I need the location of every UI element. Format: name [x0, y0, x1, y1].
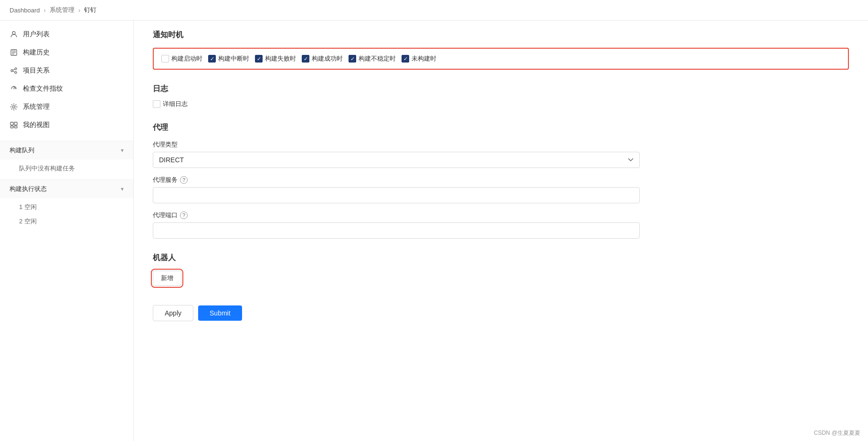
build-queue-empty: 队列中没有构建任务	[10, 161, 133, 176]
proxy-type-select[interactable]: DIRECT HTTP SOCKS4 SOCKS5	[153, 152, 640, 168]
submit-button[interactable]: Submit	[198, 305, 242, 321]
checkbox-detail-log: 详细日志	[153, 100, 849, 108]
sidebar-label-check-fingerprint: 检查文件指纹	[23, 84, 63, 93]
build-execution-item-2: 2 空闲	[10, 214, 133, 229]
sidebar-build-queue-content: 队列中没有构建任务	[0, 159, 133, 178]
checkbox-build-success-label[interactable]: 构建成功时	[312, 54, 343, 63]
proxy-service-label: 代理服务 ?	[153, 176, 849, 184]
sidebar-item-check-fingerprint[interactable]: 检查文件指纹	[0, 80, 133, 98]
breadcrumb-sep-2: ›	[78, 7, 80, 14]
sidebar-build-queue-section: 构建队列 ▾ 队列中没有构建任务	[0, 141, 133, 178]
checkbox-build-start: 构建启动时	[161, 54, 202, 63]
sidebar-build-queue-header[interactable]: 构建队列 ▾	[0, 141, 133, 159]
proxy-service-group: 代理服务 ?	[153, 176, 849, 203]
sidebar-label-project-relations: 项目关系	[23, 66, 50, 75]
proxy-section-title: 代理	[153, 123, 849, 133]
sidebar-build-queue-title: 构建队列	[10, 146, 34, 155]
sidebar-item-build-history[interactable]: 构建历史	[0, 43, 133, 62]
notification-section-title: 通知时机	[153, 30, 849, 40]
gear-icon	[10, 103, 18, 111]
svg-line-9	[13, 71, 15, 72]
proxy-port-group: 代理端口 ?	[153, 211, 849, 239]
log-section: 日志 详细日志	[153, 84, 849, 108]
sidebar-build-execution-header[interactable]: 构建执行状态 ▾	[0, 180, 133, 198]
apply-button[interactable]: Apply	[153, 305, 193, 321]
checkbox-build-success-input[interactable]	[302, 55, 309, 63]
footer-buttons: Apply Submit	[153, 300, 849, 321]
sidebar: 用户列表 构建历史	[0, 21, 134, 441]
checkbox-build-start-label[interactable]: 构建启动时	[171, 54, 202, 63]
sidebar-item-my-view[interactable]: 我的视图	[0, 116, 133, 134]
build-execution-item-1: 1 空闲	[10, 200, 133, 214]
checkbox-not-built-label[interactable]: 未构建时	[412, 54, 436, 63]
checkbox-build-start-input[interactable]	[161, 55, 169, 63]
watermark: CSDN @生夏夏夏	[814, 429, 860, 437]
svg-point-10	[13, 88, 14, 89]
breadcrumb-sep-1: ›	[44, 7, 46, 14]
breadcrumb-dashboard[interactable]: Dashboard	[10, 7, 40, 14]
svg-point-5	[11, 70, 13, 72]
sidebar-build-execution-section: 构建执行状态 ▾ 1 空闲 2 空闲	[0, 179, 133, 231]
proxy-service-help-icon[interactable]: ?	[180, 176, 188, 184]
checkbox-build-success: 构建成功时	[302, 54, 343, 63]
sidebar-item-system-management[interactable]: 系统管理	[0, 98, 133, 116]
checkbox-build-failed-label[interactable]: 构建失败时	[265, 54, 296, 63]
sidebar-item-user-list[interactable]: 用户列表	[0, 25, 133, 43]
svg-rect-14	[11, 126, 13, 128]
checkbox-build-failed-input[interactable]	[255, 55, 263, 63]
sidebar-item-project-relations[interactable]: 项目关系	[0, 62, 133, 80]
checkbox-build-interrupted: 构建中断时	[208, 54, 249, 63]
sidebar-label-system-management: 系统管理	[23, 103, 50, 111]
checkbox-not-built-input[interactable]	[402, 55, 409, 63]
chevron-down-icon-2: ▾	[121, 186, 124, 192]
notification-checkboxes-container: 构建启动时 构建中断时 构建失败时 构建成功时 构建不稳定时 未构建时	[153, 48, 849, 70]
proxy-service-input[interactable]	[153, 187, 640, 203]
checkbox-build-unstable-input[interactable]	[349, 55, 356, 63]
checkbox-build-unstable: 构建不稳定时	[349, 54, 396, 63]
proxy-type-group: 代理类型 DIRECT HTTP SOCKS4 SOCKS5	[153, 140, 849, 168]
svg-rect-13	[14, 122, 17, 125]
sidebar-build-execution-content: 1 空闲 2 空闲	[0, 198, 133, 231]
svg-line-8	[13, 69, 15, 70]
person-icon	[10, 30, 18, 39]
history-icon	[10, 48, 18, 57]
checkbox-build-interrupted-input[interactable]	[208, 55, 216, 63]
svg-point-11	[13, 106, 15, 108]
project-icon	[10, 66, 18, 75]
sidebar-label-build-history: 构建历史	[23, 48, 50, 57]
svg-rect-15	[14, 126, 17, 128]
checkbox-build-interrupted-label[interactable]: 构建中断时	[218, 54, 249, 63]
add-robot-button[interactable]: 新增	[153, 271, 181, 286]
proxy-type-label: 代理类型	[153, 140, 849, 149]
content-area: 通知时机 构建启动时 构建中断时 构建失败时 构建成功时 构建不稳定时	[134, 21, 868, 441]
sidebar-label-my-view: 我的视图	[23, 121, 50, 129]
proxy-port-help-icon[interactable]: ?	[180, 211, 188, 219]
sidebar-build-execution-title: 构建执行状态	[10, 185, 47, 193]
checkbox-build-failed: 构建失败时	[255, 54, 296, 63]
svg-rect-12	[11, 122, 13, 125]
breadcrumb: Dashboard › 系统管理 › 钉钉	[0, 0, 868, 21]
checkbox-detail-log-label[interactable]: 详细日志	[163, 100, 188, 108]
checkbox-build-unstable-label[interactable]: 构建不稳定时	[359, 54, 396, 63]
proxy-port-label: 代理端口 ?	[153, 211, 849, 220]
breadcrumb-current: 钉钉	[84, 6, 96, 14]
robot-section: 机器人 新增	[153, 253, 849, 286]
proxy-port-input[interactable]	[153, 222, 640, 239]
svg-point-0	[12, 32, 15, 34]
log-section-title: 日志	[153, 84, 849, 94]
view-icon	[10, 121, 18, 129]
breadcrumb-system[interactable]: 系统管理	[50, 6, 74, 14]
chevron-down-icon: ▾	[121, 147, 124, 154]
fingerprint-icon	[10, 84, 18, 93]
proxy-section: 代理 代理类型 DIRECT HTTP SOCKS4 SOCKS5 代理服务 ?	[153, 123, 849, 239]
robot-section-title: 机器人	[153, 253, 849, 263]
sidebar-menu: 用户列表 构建历史	[0, 21, 133, 139]
svg-point-6	[15, 68, 17, 70]
sidebar-label-user-list: 用户列表	[23, 30, 50, 39]
checkbox-detail-log-input[interactable]	[153, 100, 160, 108]
svg-point-7	[15, 72, 17, 74]
checkbox-not-built: 未构建时	[402, 54, 436, 63]
